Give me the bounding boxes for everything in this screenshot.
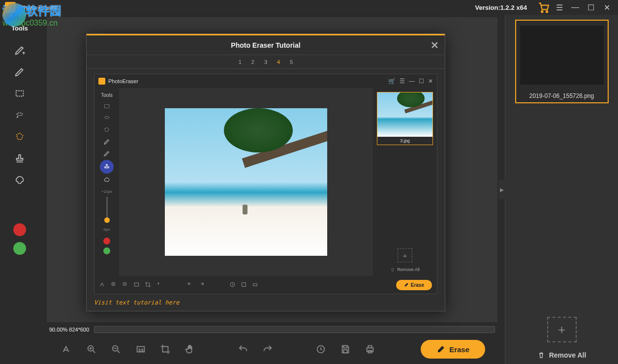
inner-thumbnail: 3.jpg (377, 92, 433, 145)
svg-rect-18 (134, 283, 139, 286)
lasso-tool-icon[interactable] (11, 106, 29, 124)
version-label: Version:1.2.2 x64 (475, 4, 527, 11)
inner-thumb-label: 3.jpg (377, 137, 433, 145)
inner-maximize-icon: ☐ (419, 78, 424, 85)
svg-rect-12 (368, 346, 371, 348)
inner-crop-icon (145, 281, 151, 289)
save-icon[interactable] (338, 341, 353, 357)
inner-tools-title: Tools (101, 92, 112, 98)
erase-button[interactable]: Erase (421, 340, 485, 359)
inner-pen2-icon (101, 148, 113, 159)
maximize-icon[interactable]: ☐ (585, 1, 597, 14)
inner-hand-icon (156, 281, 162, 289)
history-icon[interactable] (313, 341, 329, 357)
pen-tool-icon[interactable] (11, 63, 29, 81)
modal-title: Photo Eraser Tutorial (231, 41, 300, 49)
page-link-2[interactable]: 2 (251, 59, 254, 65)
green-indicator-icon[interactable] (13, 242, 26, 255)
inner-px-low: 0px (104, 227, 110, 232)
svg-rect-9 (343, 346, 347, 348)
page-link-1[interactable]: 1 (239, 59, 242, 65)
inner-stamp-icon (100, 160, 114, 174)
titlebar: Photo Eraser Version:1.2.2 x64 ☰ — ☐ ✕ (0, 0, 618, 15)
inner-redo-icon (198, 281, 205, 289)
pan-hand-icon[interactable] (182, 341, 198, 357)
actual-size-icon[interactable]: 1:1 (133, 341, 149, 357)
inner-smudge-icon (101, 175, 113, 185)
inner-close-icon: ✕ (428, 78, 433, 85)
inner-zoomin-icon (111, 281, 117, 289)
smudge-tool-icon[interactable] (11, 171, 29, 189)
crop-icon[interactable] (157, 341, 173, 357)
svg-rect-20 (242, 282, 246, 286)
inner-side-panel: 3.jpg + Remove All (373, 88, 437, 276)
print-icon[interactable] (362, 341, 378, 357)
inner-rect-icon (101, 101, 113, 112)
modal-pager: 1 2 3 4 5 (87, 55, 445, 69)
cart-icon[interactable] (537, 1, 550, 14)
side-panel: ▸ 2019-07-06_155726.png + Remove All (505, 15, 618, 364)
inner-beach-image (165, 108, 327, 256)
inner-undo-icon (187, 281, 193, 289)
remove-all-label: Remove All (549, 351, 587, 359)
tutorial-modal: Photo Eraser Tutorial ✕ 1 2 3 4 5 PhotoE… (86, 33, 445, 311)
page-link-3[interactable]: 3 (264, 59, 267, 65)
remove-all-button[interactable]: Remove All (510, 351, 613, 359)
zoom-out-icon[interactable] (108, 341, 124, 357)
undo-icon[interactable] (235, 341, 251, 357)
svg-point-0 (541, 11, 543, 12)
inner-remove-all: Remove All (377, 267, 433, 272)
inner-pen-icon (101, 136, 113, 147)
svg-rect-21 (253, 283, 257, 285)
svg-rect-10 (343, 350, 347, 353)
visit-tutorial-link[interactable]: Visit text tutorial here (94, 299, 437, 306)
menu-icon[interactable]: ☰ (553, 1, 566, 14)
pen-add-tool-icon[interactable]: + (11, 41, 29, 59)
inner-print-icon (252, 281, 258, 289)
modal-close-icon[interactable]: ✕ (431, 39, 439, 51)
rectangle-select-icon[interactable] (11, 85, 29, 102)
inner-bottom-toolbar: Erase (94, 276, 437, 294)
inner-textsize-icon (99, 281, 106, 289)
minimize-icon[interactable]: — (569, 1, 582, 14)
inner-add-button: + (398, 248, 412, 262)
page-link-4[interactable]: 4 (277, 59, 280, 65)
thumbnail-item[interactable]: 2019-07-06_155726.png (515, 20, 609, 103)
inner-fit-icon (133, 281, 140, 289)
red-indicator-icon[interactable] (13, 223, 26, 236)
tutorial-inner-app: PhotoEraser 🛒 ☰ — ☐ ✕ Tools +1 (94, 74, 437, 294)
inner-logo-icon (98, 78, 105, 85)
inner-canvas (119, 88, 373, 276)
svg-point-15 (105, 117, 109, 119)
redo-icon[interactable] (260, 341, 276, 357)
inner-cart-icon: 🛒 (388, 78, 396, 85)
tools-panel: Tools + (0, 15, 39, 364)
inner-lasso-icon (101, 113, 113, 123)
inner-brush-slider (106, 197, 108, 221)
polygon-tool-icon[interactable] (11, 128, 29, 146)
svg-rect-3 (16, 91, 24, 96)
svg-text:1:1: 1:1 (138, 348, 143, 352)
inner-erase-button: Erase (396, 280, 432, 290)
tools-title: Tools (11, 25, 28, 32)
status-bar: 90.00% 824*600 (44, 325, 500, 334)
inner-polygon-icon (101, 124, 113, 135)
collapse-panel-icon[interactable]: ▸ (498, 180, 505, 199)
zoom-size-label: 90.00% 824*600 (49, 327, 89, 333)
svg-rect-14 (104, 105, 109, 108)
inner-red-dot-icon (103, 238, 110, 244)
modal-header: Photo Eraser Tutorial ✕ (87, 35, 445, 55)
horizontal-scrollbar[interactable] (94, 326, 495, 333)
text-size-icon[interactable] (59, 341, 75, 357)
inner-px-high: +11px (101, 189, 112, 194)
add-image-button[interactable]: + (547, 317, 577, 342)
stamp-tool-icon[interactable] (11, 150, 29, 167)
zoom-in-icon[interactable] (84, 341, 99, 357)
erase-label: Erase (449, 345, 469, 354)
thumbnail-preview (516, 21, 608, 90)
app-logo-icon (5, 2, 16, 13)
close-icon[interactable]: ✕ (600, 1, 613, 14)
inner-tools-panel: Tools +11px 0px (94, 88, 119, 276)
inner-save-icon (241, 281, 247, 289)
page-link-5[interactable]: 5 (290, 59, 293, 65)
